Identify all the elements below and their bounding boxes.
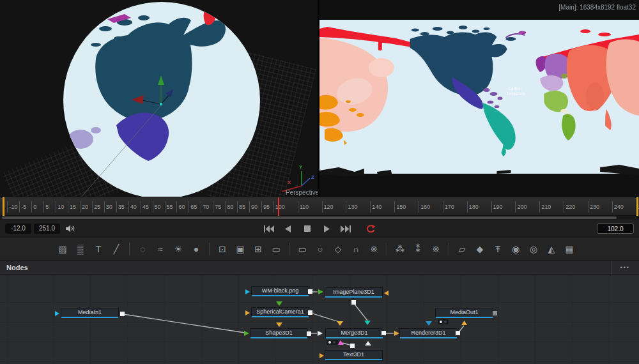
bspline-mask-tool[interactable]: ∩: [347, 242, 365, 256]
play-reverse-button[interactable]: [282, 223, 295, 234]
timeline-ruler[interactable]: -10-505101520253035404550556065707580859…: [0, 197, 639, 216]
merge-3d-tool[interactable]: ◉: [507, 242, 525, 256]
viewer-left-3d[interactable]: Y Z X Perspective: [0, 0, 318, 197]
svg-text:Emissions: Emissions: [506, 91, 525, 96]
ruler-tick-label: 230: [590, 204, 599, 210]
port-mediaout1-in[interactable]: [461, 321, 467, 325]
ruler-tick-label: 30: [106, 204, 112, 210]
node-mediain1[interactable]: MediaIn1: [61, 308, 119, 318]
loop-button[interactable]: [364, 223, 376, 234]
nodes-panel-header: Nodes •••: [0, 261, 639, 275]
port-sphericalcamera1-in[interactable]: [245, 310, 250, 315]
port-merge3d1-text-in[interactable]: [337, 340, 344, 345]
nodes-panel-options-button[interactable]: •••: [611, 261, 639, 275]
node-sphericalcamera1[interactable]: SphericalCamera1: [251, 307, 309, 317]
play-button[interactable]: [320, 223, 333, 234]
fast-noise-tool[interactable]: ▒: [72, 242, 89, 256]
ruler-tick: [7, 201, 8, 213]
node-output-ports: [120, 289, 497, 348]
text-3d-tool[interactable]: Ŧ: [489, 242, 507, 256]
hue-curves-tool[interactable]: ●: [187, 242, 205, 256]
port-mediaout1-out[interactable]: [493, 311, 497, 315]
transform-tool[interactable]: ⊡: [213, 242, 231, 256]
paint-tool[interactable]: ╱: [107, 242, 125, 256]
port-imageplane3d1-out[interactable]: [351, 300, 356, 305]
ruler-tick-label: 70: [203, 204, 209, 210]
node-mediaout1[interactable]: MediaOut1: [435, 308, 493, 318]
spot-light-3d-tool[interactable]: ◭: [543, 242, 560, 256]
blur-tool[interactable]: ◌: [134, 242, 151, 256]
render-range-start-marker[interactable]: [3, 197, 4, 216]
ruler-tick-label: 220: [566, 204, 575, 210]
port-text3d1-in[interactable]: [320, 353, 324, 358]
go-to-end-button[interactable]: [339, 223, 352, 234]
ruler-tick-label: 95: [263, 204, 270, 210]
transport-bar: -12.0 251.0: [0, 220, 639, 238]
text-plus-tool[interactable]: T: [89, 242, 107, 256]
color-corrector-tool[interactable]: ☀: [169, 242, 187, 256]
playhead[interactable]: [278, 197, 279, 216]
node-renderer3d1[interactable]: Renderer3D1: [399, 328, 458, 338]
port-renderer3d1-top-in[interactable]: [426, 321, 432, 326]
rectangle-mask-tool[interactable]: ▭: [293, 242, 311, 256]
ruler-tick: [370, 201, 371, 213]
port-text3d1-out[interactable]: [350, 344, 355, 348]
p-bounce-tool[interactable]: ⁑: [409, 242, 427, 256]
dve-tool[interactable]: ▣: [231, 242, 249, 256]
ruler-tick: [419, 201, 419, 213]
ruler-tick: [176, 201, 177, 213]
p-emitter-tool[interactable]: ⁂: [391, 242, 409, 256]
port-renderer3d1-in[interactable]: [394, 331, 399, 336]
render-range-end-marker[interactable]: [636, 197, 638, 216]
ruler-tick-label: 65: [190, 204, 197, 210]
resize-tool[interactable]: ⊞: [249, 242, 267, 256]
current-frame-field[interactable]: 102.0: [597, 224, 634, 234]
ellipse-mask-tool[interactable]: ○: [311, 242, 329, 256]
port-sphericalcamera1-top-in[interactable]: [276, 301, 282, 306]
polygon-mask-tool[interactable]: ◇: [329, 242, 347, 256]
timeline-scrollbar-thumb[interactable]: [2, 216, 617, 219]
node-graph[interactable]: MediaIn1 WM-black.png ImagePlane3D1 Sphe…: [0, 275, 639, 364]
ruler-tick-label: 55: [167, 204, 173, 210]
image-plane-3d-tool[interactable]: ▱: [453, 242, 471, 256]
port-imageplane3d1-material-in[interactable]: [384, 291, 389, 296]
node-text3d1[interactable]: Text3D1: [325, 350, 383, 360]
node-imageplane3d1[interactable]: ImagePlane3D1: [325, 287, 383, 298]
node-merge3d1[interactable]: Merge3D1: [325, 328, 383, 338]
world-cartogram: Carbon Emissions: [320, 20, 639, 177]
shape-3d-tool[interactable]: ◆: [471, 242, 489, 256]
toolbar-divider: [387, 243, 387, 255]
ruler-tick-label: 140: [372, 204, 381, 210]
renderer-3d-tool[interactable]: ▦: [560, 242, 578, 256]
node-wm-black-png[interactable]: WM-black.png: [251, 286, 309, 296]
ruler-tick: [491, 201, 492, 213]
go-to-start-button[interactable]: [263, 223, 275, 234]
port-merge3d1-plane-in[interactable]: [364, 321, 371, 325]
port-wmblack-in[interactable]: [245, 289, 250, 294]
node-wires: [0, 275, 639, 364]
magic-wand-mask-tool[interactable]: ※: [365, 242, 383, 256]
stop-button[interactable]: [301, 223, 314, 234]
ruler-tick-label: 200: [517, 204, 527, 210]
viewer-right-2d[interactable]: [Main]: 16384x8192 float32: [320, 0, 639, 197]
ruler-tick-label: 100: [275, 204, 285, 210]
fusion-window: { "viewer_left": { "label": "Perspective…: [0, 0, 639, 364]
port-shape3d1-top-in[interactable]: [276, 322, 282, 327]
node-shape3d1[interactable]: Shape3D1: [250, 328, 308, 338]
ruler-tick: [80, 201, 81, 213]
ruler-tick-label: 0: [33, 204, 36, 210]
p-render-tool[interactable]: ※: [427, 242, 445, 256]
ruler-tick: [104, 201, 105, 213]
color-curves-tool[interactable]: ≈: [151, 242, 169, 256]
port-mediain1-in[interactable]: [55, 311, 59, 316]
port-mediain1-out[interactable]: [120, 312, 125, 316]
port-merge3d1-extra-in[interactable]: [365, 341, 371, 345]
port-shape3d1-in[interactable]: [244, 331, 249, 336]
port-merge3d1-scene-in[interactable]: [318, 331, 323, 336]
camera-3d-tool[interactable]: ◎: [525, 242, 543, 256]
port-merge3d1-camera-in[interactable]: [337, 321, 343, 326]
crop-tool[interactable]: ▭: [267, 242, 285, 256]
background-tool[interactable]: ▨: [54, 242, 72, 256]
ruler-tick: [612, 201, 613, 213]
port-imageplane3d1-in[interactable]: [318, 289, 323, 294]
